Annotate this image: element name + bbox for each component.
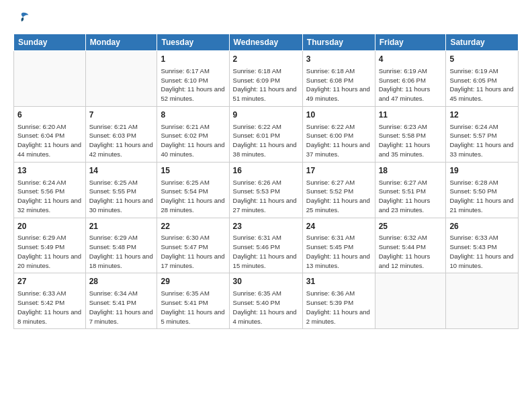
day-number: 2 <box>233 54 299 65</box>
calendar-cell: 11Sunrise: 6:23 AMSunset: 5:58 PMDayligh… <box>375 106 446 162</box>
day-number: 28 <box>89 276 154 287</box>
calendar-cell: 10Sunrise: 6:22 AMSunset: 6:00 PMDayligh… <box>302 106 375 162</box>
calendar-cell: 14Sunrise: 6:25 AMSunset: 5:55 PMDayligh… <box>85 162 157 218</box>
calendar-cell: 15Sunrise: 6:25 AMSunset: 5:54 PMDayligh… <box>157 162 229 218</box>
calendar-cell <box>446 273 519 329</box>
day-number: 17 <box>306 165 371 177</box>
day-number: 31 <box>306 276 371 287</box>
day-number: 27 <box>17 276 82 287</box>
calendar-cell: 31Sunrise: 6:36 AMSunset: 5:39 PMDayligh… <box>302 273 375 329</box>
day-of-week-header: Friday <box>375 34 446 51</box>
day-number: 23 <box>233 221 299 232</box>
calendar-cell: 29Sunrise: 6:35 AMSunset: 5:41 PMDayligh… <box>157 273 229 329</box>
day-info: Sunrise: 6:35 AMSunset: 5:41 PMDaylight:… <box>161 289 225 326</box>
calendar-cell: 22Sunrise: 6:30 AMSunset: 5:47 PMDayligh… <box>157 218 229 273</box>
day-number: 18 <box>379 165 443 177</box>
day-info: Sunrise: 6:22 AMSunset: 6:01 PMDaylight:… <box>233 122 299 159</box>
day-info: Sunrise: 6:31 AMSunset: 5:45 PMDaylight:… <box>306 233 371 270</box>
day-info: Sunrise: 6:31 AMSunset: 5:46 PMDaylight:… <box>233 233 299 270</box>
calendar-cell: 26Sunrise: 6:33 AMSunset: 5:43 PMDayligh… <box>446 218 519 273</box>
week-row: 27Sunrise: 6:33 AMSunset: 5:42 PMDayligh… <box>14 273 519 329</box>
calendar-cell: 25Sunrise: 6:32 AMSunset: 5:44 PMDayligh… <box>375 218 446 273</box>
day-number: 30 <box>233 276 299 287</box>
calendar-cell: 13Sunrise: 6:24 AMSunset: 5:56 PMDayligh… <box>14 162 86 218</box>
day-number: 6 <box>17 109 82 121</box>
day-number: 22 <box>161 221 225 232</box>
calendar-cell: 16Sunrise: 6:26 AMSunset: 5:53 PMDayligh… <box>229 162 302 218</box>
day-number: 21 <box>89 221 154 232</box>
day-number: 3 <box>306 54 371 65</box>
day-info: Sunrise: 6:29 AMSunset: 5:49 PMDaylight:… <box>17 233 82 270</box>
week-row: 13Sunrise: 6:24 AMSunset: 5:56 PMDayligh… <box>14 162 519 218</box>
page: SundayMondayTuesdayWednesdayThursdayFrid… <box>0 0 532 411</box>
day-number: 10 <box>306 109 371 121</box>
day-of-week-header: Sunday <box>14 34 86 51</box>
day-number: 1 <box>161 54 225 65</box>
calendar-cell: 23Sunrise: 6:31 AMSunset: 5:46 PMDayligh… <box>229 218 302 273</box>
day-info: Sunrise: 6:17 AMSunset: 6:10 PMDaylight:… <box>161 66 225 103</box>
day-info: Sunrise: 6:18 AMSunset: 6:09 PMDaylight:… <box>233 66 299 103</box>
day-info: Sunrise: 6:19 AMSunset: 6:05 PMDaylight:… <box>449 66 515 103</box>
logo-bird-icon <box>13 11 30 27</box>
calendar-cell: 6Sunrise: 6:20 AMSunset: 6:04 PMDaylight… <box>14 106 86 162</box>
day-info: Sunrise: 6:27 AMSunset: 5:52 PMDaylight:… <box>306 178 371 215</box>
calendar-cell: 9Sunrise: 6:22 AMSunset: 6:01 PMDaylight… <box>229 106 302 162</box>
calendar-cell: 30Sunrise: 6:35 AMSunset: 5:40 PMDayligh… <box>229 273 302 329</box>
day-number: 15 <box>161 165 225 177</box>
day-number: 24 <box>306 221 371 232</box>
calendar-cell: 3Sunrise: 6:18 AMSunset: 6:08 PMDaylight… <box>302 51 375 107</box>
day-info: Sunrise: 6:29 AMSunset: 5:48 PMDaylight:… <box>89 233 154 270</box>
calendar-cell: 8Sunrise: 6:21 AMSunset: 6:02 PMDaylight… <box>157 106 229 162</box>
day-info: Sunrise: 6:20 AMSunset: 6:04 PMDaylight:… <box>17 122 82 159</box>
day-info: Sunrise: 6:33 AMSunset: 5:42 PMDaylight:… <box>17 289 82 326</box>
day-info: Sunrise: 6:28 AMSunset: 5:50 PMDaylight:… <box>449 178 515 215</box>
calendar-cell: 5Sunrise: 6:19 AMSunset: 6:05 PMDaylight… <box>446 51 519 107</box>
day-info: Sunrise: 6:30 AMSunset: 5:47 PMDaylight:… <box>161 233 225 270</box>
calendar-cell <box>14 51 86 107</box>
calendar-cell: 20Sunrise: 6:29 AMSunset: 5:49 PMDayligh… <box>14 218 86 273</box>
day-info: Sunrise: 6:21 AMSunset: 6:03 PMDaylight:… <box>89 122 154 159</box>
day-info: Sunrise: 6:19 AMSunset: 6:06 PMDaylight:… <box>379 66 443 103</box>
day-of-week-header: Tuesday <box>157 34 229 51</box>
day-info: Sunrise: 6:34 AMSunset: 5:41 PMDaylight:… <box>89 289 154 326</box>
day-number: 4 <box>379 54 443 65</box>
calendar-cell: 4Sunrise: 6:19 AMSunset: 6:06 PMDaylight… <box>375 51 446 107</box>
day-number: 13 <box>17 165 82 177</box>
calendar-cell <box>85 51 157 107</box>
day-number: 8 <box>161 109 225 121</box>
week-row: 6Sunrise: 6:20 AMSunset: 6:04 PMDaylight… <box>14 106 519 162</box>
calendar-cell: 21Sunrise: 6:29 AMSunset: 5:48 PMDayligh… <box>85 218 157 273</box>
day-number: 11 <box>379 109 443 121</box>
day-info: Sunrise: 6:24 AMSunset: 5:57 PMDaylight:… <box>449 122 515 159</box>
calendar-table: SundayMondayTuesdayWednesdayThursdayFrid… <box>13 34 519 329</box>
calendar-cell: 24Sunrise: 6:31 AMSunset: 5:45 PMDayligh… <box>302 218 375 273</box>
calendar-cell: 18Sunrise: 6:27 AMSunset: 5:51 PMDayligh… <box>375 162 446 218</box>
day-of-week-header: Thursday <box>302 34 375 51</box>
day-info: Sunrise: 6:18 AMSunset: 6:08 PMDaylight:… <box>306 66 371 103</box>
calendar-cell: 7Sunrise: 6:21 AMSunset: 6:03 PMDaylight… <box>85 106 157 162</box>
day-info: Sunrise: 6:36 AMSunset: 5:39 PMDaylight:… <box>306 289 371 326</box>
day-info: Sunrise: 6:27 AMSunset: 5:51 PMDaylight:… <box>379 178 443 215</box>
calendar-header-row: SundayMondayTuesdayWednesdayThursdayFrid… <box>14 34 519 51</box>
calendar-cell: 17Sunrise: 6:27 AMSunset: 5:52 PMDayligh… <box>302 162 375 218</box>
day-number: 29 <box>161 276 225 287</box>
day-number: 20 <box>17 221 82 232</box>
calendar-cell: 1Sunrise: 6:17 AMSunset: 6:10 PMDaylight… <box>157 51 229 107</box>
day-number: 14 <box>89 165 154 177</box>
day-of-week-header: Saturday <box>446 34 519 51</box>
day-number: 16 <box>233 165 299 177</box>
day-number: 9 <box>233 109 299 121</box>
day-info: Sunrise: 6:33 AMSunset: 5:43 PMDaylight:… <box>449 233 515 270</box>
day-number: 25 <box>379 221 443 232</box>
day-info: Sunrise: 6:32 AMSunset: 5:44 PMDaylight:… <box>379 233 443 270</box>
week-row: 20Sunrise: 6:29 AMSunset: 5:49 PMDayligh… <box>14 218 519 273</box>
day-number: 19 <box>449 165 515 177</box>
logo <box>13 11 32 27</box>
day-number: 7 <box>89 109 154 121</box>
day-info: Sunrise: 6:35 AMSunset: 5:40 PMDaylight:… <box>233 289 299 326</box>
day-number: 26 <box>449 221 515 232</box>
week-row: 1Sunrise: 6:17 AMSunset: 6:10 PMDaylight… <box>14 51 519 107</box>
day-info: Sunrise: 6:25 AMSunset: 5:54 PMDaylight:… <box>161 178 225 215</box>
day-info: Sunrise: 6:26 AMSunset: 5:53 PMDaylight:… <box>233 178 299 215</box>
header <box>13 11 519 27</box>
